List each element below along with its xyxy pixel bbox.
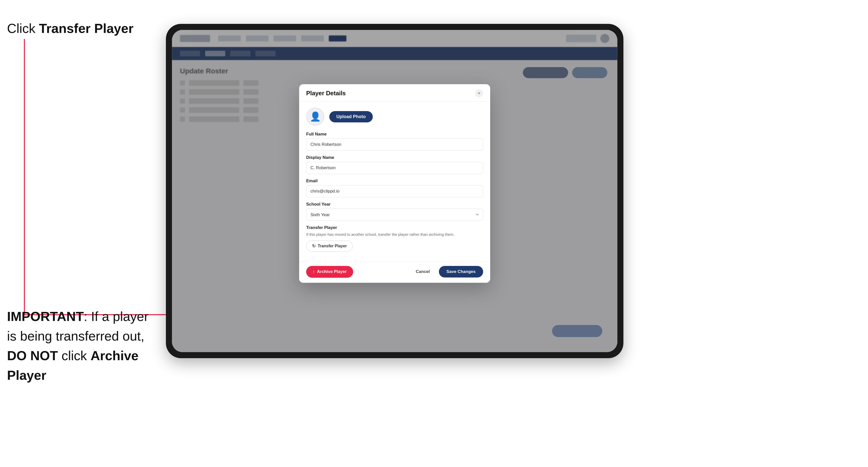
upload-photo-button[interactable]: Upload Photo bbox=[329, 111, 373, 122]
full-name-label: Full Name bbox=[306, 132, 483, 137]
display-name-label: Display Name bbox=[306, 155, 483, 160]
school-year-select[interactable]: First Year Second Year Third Year Fourth… bbox=[306, 209, 483, 221]
modal-title: Player Details bbox=[306, 90, 346, 97]
transfer-section: Transfer Player If this player has moved… bbox=[306, 225, 483, 252]
tablet-device: Update Roster bbox=[166, 24, 623, 358]
transfer-player-button[interactable]: ↻ Transfer Player bbox=[306, 241, 353, 252]
app-background: Update Roster bbox=[172, 30, 617, 352]
photo-row: 👤 Upload Photo bbox=[306, 107, 483, 126]
email-group: Email bbox=[306, 179, 483, 197]
instruction-bottom-end: click bbox=[58, 348, 91, 363]
bottom-area bbox=[552, 325, 602, 337]
transfer-description: If this player has moved to another scho… bbox=[306, 232, 483, 238]
transfer-icon: ↻ bbox=[312, 243, 316, 249]
instruction-top: Click Transfer Player bbox=[7, 20, 133, 37]
important-label: IMPORTANT bbox=[7, 309, 84, 324]
transfer-player-label: Transfer Player bbox=[318, 244, 347, 248]
archive-button-label: Archive Player bbox=[317, 269, 347, 274]
save-changes-button[interactable]: Save Changes bbox=[439, 266, 483, 278]
email-input[interactable] bbox=[306, 185, 483, 197]
cancel-button[interactable]: Cancel bbox=[411, 266, 435, 278]
archive-icon: ↑ bbox=[313, 269, 315, 275]
do-not-label: DO NOT bbox=[7, 348, 58, 363]
modal-close-button[interactable]: × bbox=[475, 89, 483, 97]
transfer-label: Transfer Player bbox=[306, 225, 483, 230]
modal-footer: ↑ Archive Player Cancel Save Changes bbox=[299, 262, 490, 283]
avatar-circle: 👤 bbox=[306, 107, 324, 126]
instruction-bottom: IMPORTANT: If a player is being transfer… bbox=[7, 307, 153, 385]
full-name-input[interactable] bbox=[306, 138, 483, 151]
player-details-modal: Player Details × 👤 Upload Photo bbox=[299, 84, 490, 283]
school-year-label: School Year bbox=[306, 202, 483, 207]
user-icon: 👤 bbox=[310, 111, 321, 122]
display-name-input[interactable] bbox=[306, 162, 483, 174]
tablet-screen: Update Roster bbox=[172, 30, 617, 352]
archive-player-button[interactable]: ↑ Archive Player bbox=[306, 266, 353, 278]
display-name-group: Display Name bbox=[306, 155, 483, 174]
instruction-prefix: Click bbox=[7, 21, 39, 36]
full-name-group: Full Name bbox=[306, 132, 483, 151]
modal-header: Player Details × bbox=[299, 84, 490, 101]
arrow-vertical bbox=[24, 39, 25, 315]
email-label: Email bbox=[306, 179, 483, 184]
instruction-bold: Transfer Player bbox=[39, 21, 133, 36]
modal-overlay: Player Details × 👤 Upload Photo bbox=[172, 30, 617, 352]
modal-body: 👤 Upload Photo Full Name Display Name bbox=[299, 101, 490, 262]
school-year-group: School Year First Year Second Year Third… bbox=[306, 202, 483, 221]
add-roster-btn-placeholder bbox=[552, 325, 602, 337]
